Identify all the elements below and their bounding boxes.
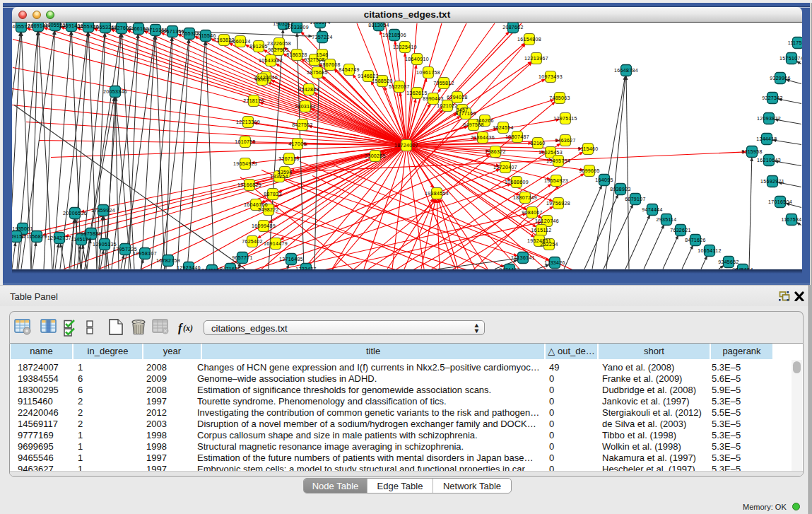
svg-text:10961758: 10961758: [416, 70, 440, 75]
svg-text:1145194: 1145194: [71, 237, 91, 242]
svg-text:1167534: 1167534: [781, 217, 801, 222]
svg-text:8813054: 8813054: [368, 23, 389, 28]
svg-text:19218506: 19218506: [382, 33, 406, 37]
svg-text:16782759: 16782759: [156, 258, 180, 263]
svg-text:9146821: 9146821: [358, 74, 379, 78]
svg-text:7357224: 7357224: [312, 35, 333, 40]
svg-text:13325419: 13325419: [393, 45, 417, 49]
svg-text:2803144: 2803144: [295, 104, 316, 109]
svg-text:19756928: 19756928: [546, 201, 570, 206]
svg-text:1244415: 1244415: [756, 136, 777, 141]
svg-text:20206536: 20206536: [63, 211, 87, 216]
svg-text:2087662: 2087662: [502, 25, 524, 30]
svg-text:10688609: 10688609: [505, 180, 529, 185]
svg-text:164095: 164095: [595, 177, 613, 182]
svg-text:10654112: 10654112: [698, 248, 721, 253]
svg-text:9827503: 9827503: [268, 47, 289, 52]
svg-text:62160: 62160: [530, 141, 545, 146]
svg-text:887833: 887833: [264, 192, 281, 197]
svg-text:1546: 1546: [317, 52, 329, 57]
svg-text:9463627: 9463627: [555, 138, 576, 143]
svg-text:18807249: 18807249: [513, 195, 537, 200]
svg-text:16648784: 16648784: [614, 68, 638, 73]
svg-text:9245652: 9245652: [718, 259, 739, 264]
svg-text:5875685: 5875685: [307, 70, 328, 75]
svg-text:13716485: 13716485: [279, 257, 303, 262]
svg-text:6794028: 6794028: [447, 95, 468, 100]
svg-text:1117534: 1117534: [788, 40, 802, 45]
svg-text:13495794: 13495794: [546, 158, 570, 163]
svg-text:23226058: 23226058: [267, 41, 291, 46]
svg-text:7625402: 7625402: [242, 239, 263, 244]
svg-text:939154: 939154: [12, 234, 25, 239]
svg-text:3267130: 3267130: [278, 156, 300, 161]
svg-text:21364436: 21364436: [471, 135, 495, 140]
svg-text:2867608: 2867608: [319, 62, 341, 67]
svg-text:98901: 98901: [254, 77, 269, 82]
svg-text:15692971: 15692971: [760, 179, 784, 184]
svg-text:10025453: 10025453: [539, 150, 563, 155]
svg-text:53594: 53594: [277, 170, 292, 175]
svg-text:16033809: 16033809: [285, 25, 309, 30]
svg-text:10958107: 10958107: [133, 251, 157, 256]
svg-text:2718176: 2718176: [243, 98, 264, 103]
svg-text:16120746: 16120746: [535, 218, 559, 223]
svg-text:2300285: 2300285: [365, 153, 386, 158]
svg-text:12975115: 12975115: [553, 116, 577, 121]
svg-text:1610755: 1610755: [235, 139, 256, 144]
svg-text:8186328: 8186328: [286, 52, 307, 57]
svg-text:8660124: 8660124: [230, 39, 251, 44]
svg-text:1156829: 1156829: [26, 234, 47, 239]
svg-text:5498222: 5498222: [258, 207, 279, 212]
svg-text:19654923: 19654923: [544, 178, 568, 183]
svg-text:8938923: 8938923: [610, 187, 631, 192]
svg-text:7485063: 7485063: [549, 95, 570, 100]
svg-text:16154808: 16154808: [517, 37, 541, 42]
svg-text:746266: 746266: [476, 118, 493, 123]
svg-text:8990443: 8990443: [423, 96, 444, 101]
svg-text:252254: 252254: [540, 242, 558, 247]
svg-text:19384554: 19384554: [425, 191, 449, 196]
svg-text:6879197: 6879197: [625, 197, 646, 201]
svg-text:1615112: 1615112: [531, 228, 551, 233]
svg-text:1588520: 1588520: [372, 78, 393, 83]
svg-text:9975886: 9975886: [81, 231, 102, 236]
svg-text:19654923: 19654923: [233, 161, 257, 166]
svg-text:16914479: 16914479: [264, 241, 288, 246]
svg-text:9327508: 9327508: [304, 57, 325, 62]
svg-text:16099489: 16099489: [252, 223, 276, 228]
svg-text:17016504: 17016504: [768, 199, 792, 204]
svg-text:18640910: 18640910: [405, 57, 429, 62]
svg-text:891295: 891295: [249, 44, 267, 49]
svg-text:1621022: 1621022: [437, 103, 458, 108]
svg-text:7955812: 7955812: [433, 81, 454, 86]
svg-text:12905135: 12905135: [93, 242, 117, 247]
svg-text:12093872: 12093872: [757, 116, 781, 121]
svg-text:7632621: 7632621: [670, 228, 691, 233]
svg-text:19166825: 19166825: [237, 182, 261, 187]
svg-text:1905574: 1905574: [310, 23, 331, 25]
svg-text:16210643: 16210643: [757, 158, 781, 163]
svg-text:20053346: 20053346: [103, 89, 127, 94]
svg-text:8215958: 8215958: [741, 149, 763, 154]
svg-text:9699695: 9699695: [579, 168, 600, 173]
svg-text:12213967: 12213967: [524, 56, 548, 61]
svg-text:9242848: 9242848: [298, 87, 319, 92]
svg-text:9115460: 9115460: [577, 146, 598, 151]
svg-text:8454749: 8454749: [339, 67, 360, 72]
svg-text:12942737: 12942737: [47, 235, 71, 240]
svg-text:7986322: 7986322: [485, 149, 506, 154]
svg-text:9777169: 9777169: [455, 111, 476, 116]
svg-text:16046766: 16046766: [244, 202, 268, 207]
svg-text:1733426: 1733426: [544, 260, 565, 265]
svg-text:9329966: 9329966: [770, 76, 791, 81]
svg-text:9084067: 9084067: [522, 210, 543, 215]
svg-text:8471626: 8471626: [685, 238, 706, 243]
svg-text:5322037: 5322037: [389, 84, 410, 89]
svg-text:1362615: 1362615: [406, 90, 428, 95]
svg-text:(x): (x): [183, 323, 193, 333]
svg-text:3624554: 3624554: [493, 125, 514, 130]
svg-text:15751074: 15751074: [779, 56, 802, 61]
svg-text:14136141: 14136141: [511, 255, 535, 260]
svg-text:9657771: 9657771: [232, 255, 253, 260]
